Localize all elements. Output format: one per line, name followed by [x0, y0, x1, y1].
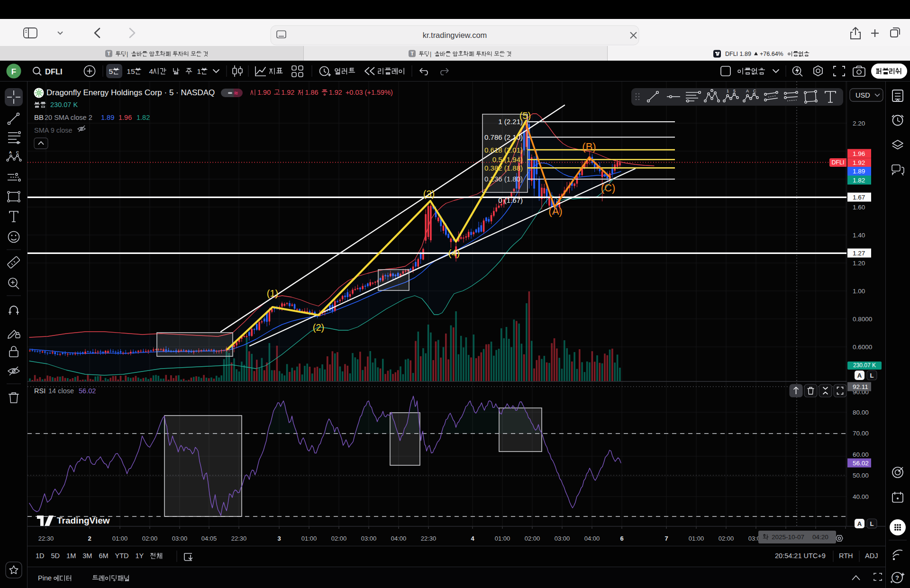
svg-text:02:00: 02:00 [331, 535, 347, 542]
svg-text:DFLI: DFLI [45, 67, 63, 76]
svg-text:0.8000: 0.8000 [853, 316, 872, 323]
svg-text:01:00: 01:00 [112, 535, 128, 542]
svg-text:1M: 1M [66, 552, 76, 560]
svg-text:RSI: RSI [34, 387, 46, 395]
svg-text:T: T [410, 51, 414, 56]
svg-text:1.92: 1.92 [329, 89, 342, 96]
svg-text:6M: 6M [99, 552, 108, 560]
svg-text:1Y: 1Y [136, 552, 144, 560]
svg-text:7: 7 [664, 535, 668, 542]
svg-text:1: 1 [727, 89, 729, 93]
svg-text:A: A [857, 520, 862, 527]
svg-text:1: 1 [197, 67, 201, 75]
svg-text:5: 5 [109, 67, 113, 75]
svg-text:01:00: 01:00 [689, 535, 704, 542]
svg-text:15: 15 [127, 67, 135, 75]
svg-text:TradingView: TradingView [57, 516, 110, 525]
svg-text:02:00: 02:00 [142, 535, 158, 542]
svg-text:0.382 (1.88): 0.382 (1.88) [484, 164, 523, 172]
svg-text:230.07 K: 230.07 K [50, 101, 78, 109]
svg-text:≈: ≈ [234, 89, 238, 97]
svg-text:4: 4 [471, 535, 474, 542]
svg-text:1.82: 1.82 [136, 114, 150, 121]
svg-text:|: | [127, 51, 128, 57]
svg-text:3M: 3M [82, 552, 92, 560]
svg-text:1D: 1D [36, 552, 45, 560]
svg-text:04:00: 04:00 [391, 535, 407, 542]
svg-text:1.89: 1.89 [853, 168, 865, 175]
svg-text:1.86: 1.86 [305, 89, 318, 96]
svg-text:03:00: 03:00 [361, 535, 377, 542]
svg-text:0.618 (2.01): 0.618 (2.01) [484, 146, 523, 154]
svg-text:60.00: 60.00 [853, 451, 869, 458]
svg-text:2.20: 2.20 [853, 120, 865, 127]
svg-text:BB: BB [34, 113, 44, 121]
svg-text:02:00: 02:00 [525, 535, 540, 542]
svg-text:04:20: 04:20 [812, 534, 828, 541]
svg-text:1.96: 1.96 [118, 114, 132, 121]
svg-text:C: C [16, 150, 19, 154]
svg-text:22:30: 22:30 [421, 535, 437, 542]
svg-text:1.27: 1.27 [853, 250, 865, 257]
svg-text:1.20: 1.20 [853, 260, 865, 267]
svg-text:DFLI 1.89: DFLI 1.89 [725, 51, 751, 57]
svg-text:01:00: 01:00 [301, 535, 317, 542]
svg-text:92.11: 92.11 [853, 383, 868, 390]
svg-text:|: | [430, 51, 431, 57]
svg-text:5: 5 [733, 89, 736, 93]
svg-text:Pine: Pine [38, 574, 52, 582]
svg-text:70.00: 70.00 [853, 430, 869, 437]
svg-text:1.00: 1.00 [853, 288, 865, 295]
svg-text:6: 6 [620, 535, 623, 542]
svg-text:02:00: 02:00 [719, 535, 734, 542]
svg-text:04:00: 04:00 [584, 535, 600, 542]
svg-text:USD: USD [855, 91, 870, 99]
svg-text:2: 2 [88, 535, 91, 542]
svg-text:SMA 9 close: SMA 9 close [34, 127, 73, 134]
svg-text:5D: 5D [51, 552, 60, 560]
svg-text:A: A [746, 89, 749, 93]
svg-text:A: A [9, 150, 12, 154]
svg-text:40.00: 40.00 [853, 493, 869, 500]
svg-text:03:00: 03:00 [172, 535, 188, 542]
svg-text:Dragonfly Energy Holdings Corp: Dragonfly Energy Holdings Corp · 5 · NAS… [46, 88, 215, 97]
svg-text:L: L [870, 520, 874, 527]
svg-text:T: T [107, 51, 110, 56]
svg-text:56.02: 56.02 [853, 460, 869, 467]
svg-text:50.00: 50.00 [853, 472, 869, 479]
svg-text:1.40: 1.40 [853, 232, 865, 239]
svg-text:(A): (A) [548, 205, 562, 217]
svg-text:1.67: 1.67 [853, 194, 865, 201]
svg-text:3: 3 [277, 535, 281, 542]
svg-text:80.00: 80.00 [853, 409, 869, 416]
svg-text:1.92: 1.92 [853, 159, 865, 166]
svg-text:20 SMA close 2: 20 SMA close 2 [45, 114, 92, 121]
svg-text:04:05: 04:05 [201, 535, 217, 542]
svg-text:1.90: 1.90 [257, 89, 271, 96]
svg-text:22:30: 22:30 [231, 535, 247, 542]
svg-text:03:00: 03:00 [555, 535, 570, 542]
svg-text:(B): (B) [582, 141, 596, 153]
svg-text:1.82: 1.82 [853, 177, 865, 184]
svg-text:1.96: 1.96 [853, 150, 865, 157]
svg-text:YTD: YTD [115, 552, 129, 560]
svg-text:14 close: 14 close [48, 387, 74, 395]
svg-text:20:54:21 UTC+9: 20:54:21 UTC+9 [775, 552, 826, 560]
svg-text:4: 4 [149, 67, 153, 75]
svg-text:+0.03 (+1.59%): +0.03 (+1.59%) [346, 89, 393, 96]
svg-text:(C): (C) [601, 182, 616, 194]
svg-text:+76.64%: +76.64% [760, 51, 783, 57]
svg-text:1.60: 1.60 [853, 204, 865, 211]
svg-text:1.92: 1.92 [281, 89, 294, 96]
svg-text:0 (1.67): 0 (1.67) [498, 196, 523, 204]
svg-text:56.02: 56.02 [79, 387, 96, 395]
svg-text:F: F [11, 67, 16, 76]
svg-text:1.89: 1.89 [101, 114, 114, 121]
svg-text:2025-10-07: 2025-10-07 [772, 534, 804, 541]
svg-text:0.6000: 0.6000 [853, 344, 872, 351]
svg-text:(5): (5) [519, 110, 531, 121]
svg-text:C: C [753, 89, 756, 93]
svg-text:01:00: 01:00 [495, 535, 510, 542]
svg-text:22:30: 22:30 [38, 535, 54, 542]
